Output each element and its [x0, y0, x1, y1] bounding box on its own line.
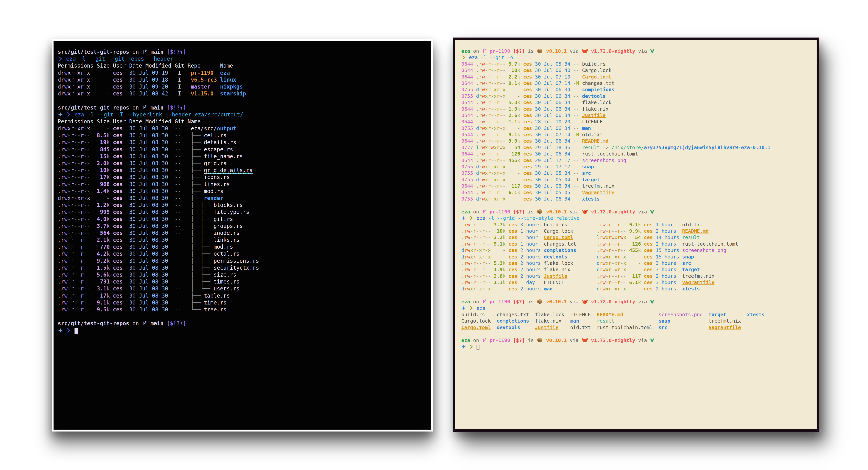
permission-char: -	[84, 223, 87, 229]
text-segment: 6.1	[629, 279, 638, 285]
permission-char: x	[623, 260, 626, 266]
permission-char: -	[74, 84, 77, 90]
text-segment: k	[106, 251, 110, 257]
permission-char: w	[64, 132, 68, 138]
text-segment	[579, 145, 582, 150]
text-segment	[570, 170, 573, 176]
permission-char: x	[502, 196, 505, 202]
text-segment	[517, 234, 520, 240]
text-segment: ces	[523, 106, 532, 112]
text-segment	[110, 167, 113, 174]
permission-char: d	[461, 286, 464, 291]
text-segment: Vagrantfile	[709, 324, 741, 330]
permission-char: -	[77, 132, 81, 138]
permission-char: x	[87, 70, 90, 76]
permission-char: r	[488, 164, 491, 169]
text-segment	[123, 195, 129, 201]
text-segment: ces	[523, 151, 532, 157]
text-segment	[123, 237, 129, 243]
text-segment	[90, 223, 97, 229]
permission-char: -	[491, 87, 494, 92]
permission-char: r	[488, 132, 491, 137]
permission-char: -	[488, 241, 491, 247]
text-segment	[626, 273, 632, 279]
text-segment	[110, 132, 113, 138]
text-segment: nixpkgs	[220, 84, 243, 90]
permission-char: w	[491, 145, 494, 150]
text-segment	[653, 324, 659, 330]
text-segment: 0755	[461, 196, 473, 202]
permission-char: x	[606, 267, 609, 272]
text-segment	[626, 247, 629, 253]
text-segment	[181, 153, 191, 160]
permission-char: -	[84, 230, 87, 236]
text-segment: xtests	[747, 312, 765, 317]
terminal-line: 0644 .rw-r--r-- 9.1k ces 30 Jul 07:14 -N…	[461, 80, 815, 86]
text-segment: ces	[508, 234, 517, 240]
permission-char: w	[482, 119, 485, 125]
left-terminal-content[interactable]: src/git/test-git-repos on main [$!?⇡] ez…	[54, 41, 431, 430]
text-segment	[505, 183, 512, 189]
permission-char: r	[464, 222, 467, 227]
permission-char: -	[606, 241, 609, 247]
permission-char: r	[600, 273, 603, 279]
permission-char: r	[473, 228, 476, 234]
permission-char: -	[87, 300, 90, 306]
text-segment: 30 Jul 07:14	[535, 80, 570, 86]
text-segment: --	[573, 164, 579, 169]
right-terminal-content[interactable]: eza on pr-1190 [$?] is v0.10.1 via v1.72…	[455, 40, 816, 429]
text-segment: 30 Jul 08:30	[129, 230, 168, 236]
text-segment: ces	[523, 93, 532, 99]
permission-char: r	[479, 61, 482, 67]
cursor[interactable]	[476, 345, 479, 349]
permission-char: .	[476, 106, 479, 112]
text-segment	[168, 223, 175, 229]
text-segment: k	[517, 99, 520, 105]
text-segment	[474, 305, 476, 311]
permission-char: -	[502, 61, 505, 67]
terminal-line: 0644 .rw-r--r-- 2.2k ces 30 Jul 07:10 --…	[461, 74, 815, 80]
text-segment: is	[525, 48, 537, 54]
chevron-icon	[461, 54, 466, 61]
text-segment	[181, 188, 191, 194]
text-segment: -	[517, 170, 520, 176]
permission-char: r	[81, 139, 84, 146]
text-segment: 9.1	[508, 80, 517, 86]
text-segment: 1.1	[494, 279, 502, 285]
cursor[interactable]	[74, 328, 78, 334]
text-segment: 4.0	[97, 216, 106, 222]
text-segment	[181, 230, 191, 236]
permission-char: r	[482, 228, 485, 234]
text-segment: --	[175, 216, 181, 222]
permission-char: d	[476, 93, 479, 99]
text-segment: 770	[100, 244, 110, 250]
right-terminal-window[interactable]: eza on pr-1190 [$?] is v0.10.1 via v1.72…	[453, 37, 819, 432]
text-segment: │ ├──	[191, 264, 214, 271]
permission-char: .	[476, 190, 479, 195]
text-segment	[491, 318, 497, 324]
text-segment	[570, 157, 573, 163]
permission-char: -	[84, 70, 87, 76]
left-terminal-window[interactable]: src/git/test-git-repos on main [$!?⇡] ez…	[52, 39, 433, 432]
text-segment	[90, 264, 97, 271]
text-segment	[181, 237, 191, 243]
permission-char: w	[467, 260, 470, 266]
permission-char: r	[482, 247, 485, 253]
permission-char: -	[485, 138, 488, 144]
text-segment	[168, 181, 175, 187]
permission-char: x	[614, 234, 617, 240]
text-segment	[570, 183, 573, 189]
text-segment	[473, 74, 476, 80]
text-segment	[168, 70, 175, 76]
text-segment: 9.2	[97, 258, 106, 264]
terminal-line: drwxr-xr-x - ces 30 Jul 09:19 -I - pr-11…	[58, 69, 429, 76]
text-segment	[626, 286, 638, 291]
permission-char: w	[603, 286, 606, 291]
text-segment: ces	[523, 74, 532, 80]
terminal-line: .rw-r--r-- 9.2k ces 30 Jul 08:30 -- │ ├─…	[58, 257, 429, 264]
permission-char: -	[68, 139, 71, 146]
permission-char: r	[497, 80, 500, 86]
permission-char: -	[479, 222, 482, 227]
permission-char: -	[494, 190, 497, 195]
permission-char: r	[600, 247, 603, 253]
